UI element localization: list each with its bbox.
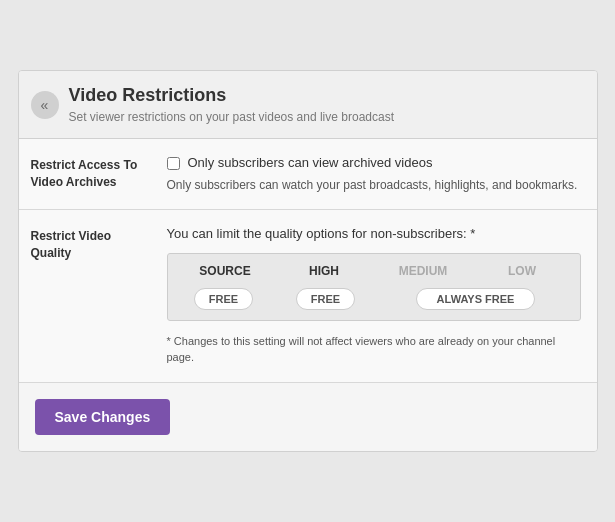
quality-header-medium: MEDIUM xyxy=(374,264,473,278)
source-badge-pill: FREE xyxy=(194,288,253,310)
panel-header: « Video Restrictions Set viewer restrict… xyxy=(19,71,597,139)
panel-subtitle: Set viewer restrictions on your past vid… xyxy=(69,110,581,124)
quality-section-content: You can limit the quality options for no… xyxy=(159,210,597,382)
subscriber-archive-checkbox[interactable] xyxy=(167,157,180,170)
panel-footer: Save Changes xyxy=(19,383,597,451)
quality-section-label: Restrict Video Quality xyxy=(19,210,159,382)
quality-headers-row: SOURCE HIGH MEDIUM LOW xyxy=(176,264,572,278)
video-restrictions-panel: « Video Restrictions Set viewer restrict… xyxy=(18,70,598,452)
high-badge: FREE xyxy=(278,288,374,310)
always-free-badge-pill: ALWAYS FREE xyxy=(416,288,536,310)
quality-header-source: SOURCE xyxy=(176,264,275,278)
panel-title: Video Restrictions xyxy=(69,85,581,106)
save-changes-button[interactable]: Save Changes xyxy=(35,399,171,435)
quality-restriction-section: Restrict Video Quality You can limit the… xyxy=(19,210,597,383)
always-free-badge: ALWAYS FREE xyxy=(380,288,572,310)
subscriber-archive-label: Only subscribers can view archived video… xyxy=(188,155,433,170)
quality-description: You can limit the quality options for no… xyxy=(167,226,581,241)
back-button[interactable]: « xyxy=(31,91,59,119)
high-badge-pill: FREE xyxy=(296,288,355,310)
source-badge: FREE xyxy=(176,288,272,310)
quality-grid: SOURCE HIGH MEDIUM LOW FREE FREE ALWAYS … xyxy=(167,253,581,321)
access-restriction-section: Restrict Access To Video Archives Only s… xyxy=(19,139,597,210)
access-section-content: Only subscribers can view archived video… xyxy=(159,139,597,209)
quality-values-row: FREE FREE ALWAYS FREE xyxy=(176,288,572,310)
archive-helper-text: Only subscribers can watch your past bro… xyxy=(167,178,581,192)
quality-header-low: LOW xyxy=(473,264,572,278)
quality-note: * Changes to this setting will not affec… xyxy=(167,333,581,366)
access-section-label: Restrict Access To Video Archives xyxy=(19,139,159,209)
subscriber-archive-row: Only subscribers can view archived video… xyxy=(167,155,581,170)
quality-header-high: HIGH xyxy=(275,264,374,278)
